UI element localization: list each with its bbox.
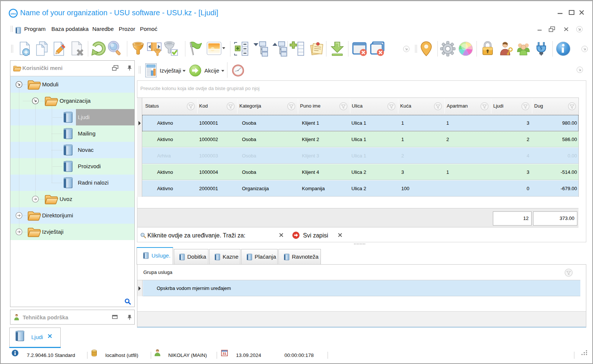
svg-text:31: 31 bbox=[223, 351, 227, 355]
svg-text:usu: usu bbox=[10, 12, 16, 15]
